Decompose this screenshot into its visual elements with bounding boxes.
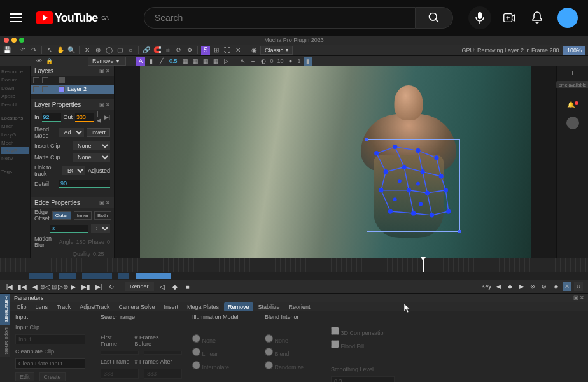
clip-segment[interactable] xyxy=(59,273,76,279)
illum-linear-radio[interactable] xyxy=(192,348,200,356)
viewer-canvas[interactable] xyxy=(140,66,531,258)
eye-icon[interactable]: 👁 xyxy=(34,57,43,66)
close-icon[interactable]: ✕ xyxy=(580,295,584,301)
color-swatch[interactable] xyxy=(59,77,65,83)
outer-tab[interactable]: Outer xyxy=(52,211,71,220)
blend-blend-radio[interactable] xyxy=(265,348,273,356)
invert-button[interactable]: Invert xyxy=(87,128,110,137)
key-next-icon[interactable]: ▶ xyxy=(517,282,526,291)
create-button[interactable]: Create xyxy=(39,372,66,381)
edge-offset-input[interactable] xyxy=(50,225,88,233)
timeline-track[interactable] xyxy=(0,272,588,280)
surface-icon[interactable]: S xyxy=(201,46,210,55)
sidebar-item-selected[interactable]: LazyG xyxy=(1,147,29,154)
tab-insert[interactable]: Insert xyxy=(160,302,182,311)
sidebar-item[interactable]: Resource xyxy=(1,67,29,76)
tool-grid2-icon[interactable]: ▦ xyxy=(192,57,200,66)
magnet-icon[interactable]: 🧲 xyxy=(153,46,162,55)
floodfill-checkbox[interactable] xyxy=(331,340,339,348)
prev-key-icon[interactable]: ▮◀ xyxy=(18,282,27,291)
detail-input[interactable] xyxy=(59,180,110,188)
create-icon[interactable] xyxy=(501,10,517,25)
window-controls[interactable] xyxy=(4,38,24,43)
tool-grid1-icon[interactable]: ▦ xyxy=(181,57,190,66)
circle-icon[interactable]: ◉ xyxy=(249,46,258,55)
render-fwd-icon[interactable]: ■ xyxy=(183,282,192,291)
insert-clip-select[interactable]: None xyxy=(73,141,110,150)
clip-segment[interactable] xyxy=(136,273,171,279)
mesh-overlay[interactable] xyxy=(367,139,460,232)
next-key-icon[interactable]: ▶▮ xyxy=(81,282,90,291)
pin-icon[interactable]: ▣ xyxy=(99,68,104,74)
move-icon[interactable]: ✥ xyxy=(185,46,194,55)
lock-icon[interactable]: 🔒 xyxy=(45,57,53,66)
tool-add-icon[interactable]: ＋ xyxy=(249,57,258,66)
both-tab[interactable]: Both xyxy=(94,211,111,220)
tab-megaplates[interactable]: Mega Plates xyxy=(183,302,223,311)
sidebar-item[interactable]: Mech xyxy=(1,139,29,147)
color-swatch[interactable] xyxy=(59,86,65,92)
xspline-icon[interactable]: ✕ xyxy=(83,46,92,55)
tab-lens[interactable]: Lens xyxy=(32,302,52,311)
timeline-ruler[interactable] xyxy=(0,258,588,272)
clip-segment[interactable] xyxy=(29,273,53,279)
youtube-logo[interactable]: YouTubeCA xyxy=(36,11,108,25)
tool-slash-icon[interactable]: ╱ xyxy=(157,57,165,66)
layer-row[interactable] xyxy=(31,76,114,85)
inner-tab[interactable]: Inner xyxy=(74,211,92,220)
playhead[interactable] xyxy=(423,258,424,272)
track-toggle[interactable] xyxy=(42,77,48,83)
clip-segment[interactable] xyxy=(82,273,111,279)
loop-icon[interactable]: ↻ xyxy=(107,282,116,291)
smoothing2-input[interactable]: 0.3 xyxy=(331,376,395,382)
add-tab-icon[interactable]: + xyxy=(570,69,575,78)
add-xspline-icon[interactable]: ⊕ xyxy=(94,46,102,55)
visibility-toggle[interactable] xyxy=(33,86,39,92)
pin-icon[interactable]: ▣ xyxy=(99,102,104,108)
sidebar-item[interactable]: Mach xyxy=(1,122,29,131)
blend-none-radio[interactable] xyxy=(265,334,273,343)
voice-search-button[interactable] xyxy=(468,6,491,29)
tab-reorient[interactable]: Reorient xyxy=(285,302,314,311)
close-icon[interactable]: ✕ xyxy=(106,68,110,74)
pin-icon[interactable]: ▣ xyxy=(99,200,104,206)
layer-row-selected[interactable]: Layer 2 xyxy=(31,85,114,94)
sidebar-item[interactable]: Docum xyxy=(1,76,29,84)
save-icon[interactable]: 💾 xyxy=(3,46,11,55)
minimize-dot[interactable] xyxy=(11,38,17,43)
illum-interp-radio[interactable] xyxy=(192,361,200,369)
view-mode-select[interactable]: Classic xyxy=(260,46,293,55)
bezier-icon[interactable]: ◯ xyxy=(104,46,113,55)
step-fwd-icon[interactable]: ▶ xyxy=(69,282,78,291)
undo-icon[interactable]: ↶ xyxy=(18,46,27,55)
key-auto-icon[interactable]: ◈ xyxy=(551,282,560,291)
zoom-out-icon[interactable]: ⊖ xyxy=(38,282,47,291)
expand-icon[interactable]: ⛶ xyxy=(223,46,232,55)
workspace-select[interactable]: Remove xyxy=(88,57,126,66)
close-dot[interactable] xyxy=(4,38,9,43)
cleanplate-select[interactable]: Clean Plate Input xyxy=(15,358,85,369)
blend-random-radio[interactable] xyxy=(265,361,273,369)
link-icon[interactable]: 🔗 xyxy=(142,46,151,55)
frames-before-input[interactable] xyxy=(144,351,182,355)
tool-grid3-icon[interactable]: ▦ xyxy=(202,57,211,66)
pin-icon[interactable]: ▣ xyxy=(573,295,578,301)
uberkey-u-icon[interactable]: U xyxy=(574,282,583,291)
sidebar-item[interactable]: Netw xyxy=(1,154,29,162)
tool-angle-icon[interactable]: ◐ xyxy=(259,57,268,66)
key-prev-icon[interactable]: ◀ xyxy=(494,282,503,291)
tool-marker-icon[interactable]: ▮ xyxy=(146,57,155,66)
visibility-toggle[interactable] xyxy=(33,77,39,83)
matte-clip-select[interactable]: None xyxy=(73,153,110,162)
tool-cursor-icon[interactable]: ↖ xyxy=(239,57,248,66)
dopesheet-sidetab[interactable]: Dope Sheet xyxy=(0,325,10,357)
track-toggle[interactable] xyxy=(42,86,48,92)
tool-grid4-icon[interactable]: ▦ xyxy=(212,57,221,66)
edit-button[interactable]: Edit xyxy=(15,372,34,381)
close-icon[interactable]: ✕ xyxy=(106,200,110,206)
tab-track[interactable]: Track xyxy=(53,302,74,311)
tool-a-icon[interactable]: A xyxy=(136,57,145,66)
tool-dot-icon[interactable]: ● xyxy=(286,57,295,66)
sidebar-item[interactable]: Down xyxy=(1,84,29,92)
pointer-icon[interactable]: ↖ xyxy=(45,46,54,55)
